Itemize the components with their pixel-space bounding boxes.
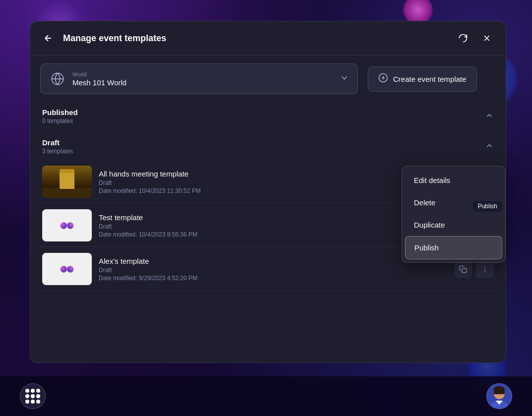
published-title: Published xyxy=(42,108,78,117)
template-list: All hands meeting template Draft Date mo… xyxy=(40,161,496,291)
draft-section: Draft 3 templates xyxy=(40,132,496,291)
template-name: Test template xyxy=(99,213,447,222)
svg-point-7 xyxy=(61,222,67,229)
draft-count: 3 templates xyxy=(42,148,73,155)
apps-grid-icon xyxy=(25,389,40,404)
template-thumbnail xyxy=(42,209,92,241)
world-selector-row: World Mesh 101 World Create event templa xyxy=(40,63,496,94)
apps-button[interactable] xyxy=(20,383,46,409)
world-label: World xyxy=(72,71,333,77)
svg-point-15 xyxy=(67,266,73,272)
template-info: Test template Draft Date modified: 10/4/… xyxy=(99,213,447,238)
world-name: Mesh 101 World xyxy=(72,78,333,87)
bottom-bar xyxy=(0,376,532,416)
template-name: All hands meeting template xyxy=(99,170,447,178)
title-bar: Manage event templates xyxy=(30,21,506,56)
edit-details-menu-item[interactable]: Edit details xyxy=(405,169,502,191)
publish-tooltip: Publish xyxy=(473,201,502,212)
world-info: World Mesh 101 World xyxy=(72,71,333,87)
create-template-label: Create event template xyxy=(393,75,466,83)
svg-rect-16 xyxy=(462,268,466,273)
title-actions xyxy=(454,29,496,47)
refresh-button[interactable] xyxy=(454,29,472,47)
chevron-down-icon xyxy=(339,73,349,85)
svg-point-14 xyxy=(61,266,67,272)
draft-collapse-icon xyxy=(485,141,494,152)
svg-rect-23 xyxy=(494,389,505,394)
published-collapse-icon xyxy=(485,111,494,121)
published-section-header[interactable]: Published 0 templates xyxy=(40,102,496,130)
plus-circle-icon xyxy=(378,73,388,85)
template-date: Date modified: 10/4/2023 9:55:36 PM xyxy=(99,231,447,238)
template-status: Draft xyxy=(99,223,447,230)
svg-point-17 xyxy=(484,266,485,267)
template-date: Date modified: 10/4/2023 11:30:52 PM xyxy=(99,187,447,194)
back-button[interactable] xyxy=(40,30,56,46)
published-section: Published 0 templates xyxy=(40,102,496,130)
world-icon xyxy=(49,70,66,88)
create-template-button[interactable]: Create event template xyxy=(368,66,477,92)
world-dropdown[interactable]: World Mesh 101 World xyxy=(40,63,358,94)
template-thumbnail xyxy=(42,253,92,285)
template-date: Date modified: 9/29/2023 4:52:20 PM xyxy=(99,275,447,282)
template-info: All hands meeting template Draft Date mo… xyxy=(99,170,447,194)
content-area: World Mesh 101 World Create event templa xyxy=(30,56,506,300)
template-status: Draft xyxy=(99,179,447,186)
title-left: Manage event templates xyxy=(40,30,166,46)
default-thumbnail xyxy=(42,209,92,241)
main-window: Manage event templates xyxy=(30,21,506,363)
template-item[interactable]: All hands meeting template Draft Date mo… xyxy=(40,161,496,203)
draft-title: Draft xyxy=(42,138,73,147)
template-info: Alex's template Draft Date modified: 9/2… xyxy=(99,257,447,282)
window-title: Manage event templates xyxy=(63,33,166,44)
published-section-info: Published 0 templates xyxy=(42,108,78,124)
duplicate-menu-item[interactable]: Duplicate Publish xyxy=(405,214,502,236)
draft-section-header[interactable]: Draft 3 templates xyxy=(40,132,496,161)
draft-section-info: Draft 3 templates xyxy=(42,138,73,155)
svg-point-19 xyxy=(484,271,485,272)
template-name: Alex's template xyxy=(99,257,447,265)
published-count: 0 templates xyxy=(42,118,78,124)
default-thumbnail xyxy=(42,253,92,285)
context-menu: Edit details Delete Duplicate Publish Pu… xyxy=(401,166,506,263)
close-button[interactable] xyxy=(478,29,496,47)
template-status: Draft xyxy=(99,267,447,274)
publish-menu-item[interactable]: Publish xyxy=(405,236,502,259)
template-thumbnail xyxy=(42,166,92,198)
svg-point-18 xyxy=(484,269,485,270)
avatar-button[interactable] xyxy=(486,383,512,409)
allhands-thumbnail xyxy=(42,166,92,198)
svg-point-8 xyxy=(67,222,73,229)
